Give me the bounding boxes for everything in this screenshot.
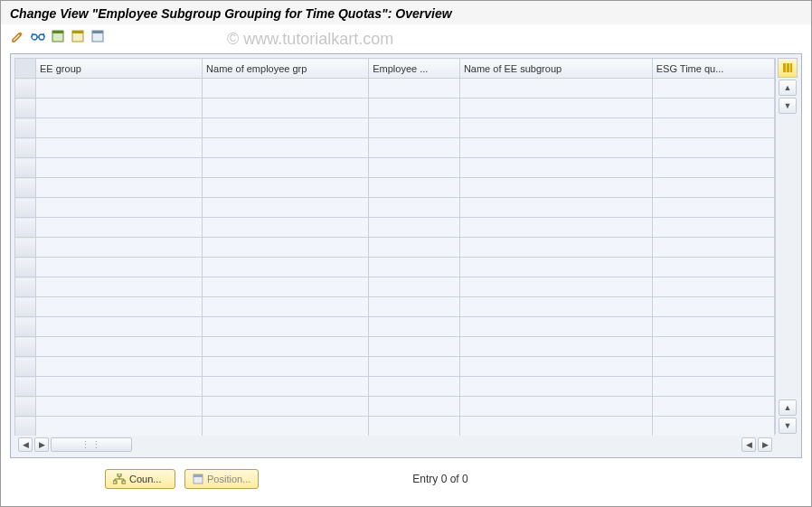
- corner-selector[interactable]: [15, 59, 36, 79]
- vertical-scrollbar[interactable]: ▲ ▼ ▲ ▼: [778, 80, 798, 434]
- cell[interactable]: [369, 317, 460, 337]
- cell[interactable]: [369, 138, 460, 158]
- row-selector[interactable]: [15, 99, 36, 118]
- row-selector[interactable]: [15, 277, 36, 297]
- cell[interactable]: [36, 277, 203, 297]
- table-row[interactable]: [15, 277, 775, 297]
- cell[interactable]: [369, 377, 460, 397]
- cell[interactable]: [459, 277, 652, 297]
- col-header-employee[interactable]: Employee ...: [369, 59, 460, 79]
- cell[interactable]: [459, 79, 652, 99]
- cell[interactable]: [203, 198, 369, 218]
- cell[interactable]: [652, 138, 774, 158]
- cell[interactable]: [203, 397, 369, 417]
- cell[interactable]: [203, 99, 369, 118]
- table-row[interactable]: [15, 397, 775, 417]
- countrysub-button[interactable]: Coun...: [105, 469, 175, 489]
- table-row[interactable]: [15, 79, 775, 99]
- row-selector[interactable]: [15, 138, 36, 158]
- scroll-down-button[interactable]: ▼: [779, 98, 797, 114]
- row-selector[interactable]: [15, 357, 36, 377]
- glasses-icon[interactable]: [30, 28, 46, 44]
- cell[interactable]: [369, 277, 460, 297]
- cell[interactable]: [36, 377, 203, 397]
- table-config-button[interactable]: [778, 58, 798, 78]
- table-row[interactable]: [15, 238, 775, 258]
- cell[interactable]: [459, 99, 652, 118]
- cell[interactable]: [369, 178, 460, 198]
- cell[interactable]: [459, 238, 652, 258]
- cell[interactable]: [369, 198, 460, 218]
- cell[interactable]: [203, 218, 369, 238]
- cell[interactable]: [203, 337, 369, 357]
- cell[interactable]: [203, 178, 369, 198]
- edit-doc-icon[interactable]: [10, 28, 26, 44]
- table-row[interactable]: [15, 99, 775, 118]
- cell[interactable]: [369, 258, 460, 277]
- cell[interactable]: [203, 79, 369, 99]
- cell[interactable]: [652, 198, 774, 218]
- cell[interactable]: [652, 357, 774, 377]
- position-button[interactable]: Position...: [184, 469, 259, 489]
- cell[interactable]: [203, 297, 369, 317]
- scroll-right-step-button[interactable]: ▶: [34, 437, 49, 452]
- table-row[interactable]: [15, 317, 775, 337]
- cell[interactable]: [369, 397, 460, 417]
- cell[interactable]: [459, 417, 652, 437]
- table-row[interactable]: [15, 198, 775, 218]
- cell[interactable]: [459, 357, 652, 377]
- row-selector[interactable]: [15, 317, 36, 337]
- cell[interactable]: [459, 317, 652, 337]
- cell[interactable]: [203, 238, 369, 258]
- cell[interactable]: [369, 297, 460, 317]
- cell[interactable]: [36, 198, 203, 218]
- row-selector[interactable]: [15, 118, 36, 138]
- cell[interactable]: [652, 238, 774, 258]
- row-selector[interactable]: [15, 79, 36, 99]
- cell[interactable]: [203, 317, 369, 337]
- cell[interactable]: [36, 238, 203, 258]
- cell[interactable]: [652, 297, 774, 317]
- cell[interactable]: [203, 357, 369, 377]
- hscroll-thumb[interactable]: ⋮⋮: [51, 437, 132, 452]
- cell[interactable]: [369, 79, 460, 99]
- cell[interactable]: [369, 337, 460, 357]
- cell[interactable]: [36, 258, 203, 277]
- scroll-up-end-button[interactable]: ▲: [779, 399, 797, 416]
- horizontal-scrollbar[interactable]: ◀ ▶ ⋮⋮ ◀ ▶: [14, 436, 776, 454]
- cell[interactable]: [203, 118, 369, 138]
- table-row[interactable]: [15, 178, 775, 198]
- table-row[interactable]: [15, 118, 775, 138]
- cell[interactable]: [203, 258, 369, 277]
- cell[interactable]: [652, 317, 774, 337]
- cell[interactable]: [369, 158, 460, 178]
- cell[interactable]: [36, 297, 203, 317]
- cell[interactable]: [459, 158, 652, 178]
- cell[interactable]: [652, 79, 774, 99]
- row-selector[interactable]: [15, 198, 36, 218]
- cell[interactable]: [652, 277, 774, 297]
- scroll-down-end-button[interactable]: ▼: [779, 418, 797, 434]
- cell[interactable]: [36, 118, 203, 138]
- cell[interactable]: [369, 238, 460, 258]
- cell[interactable]: [203, 158, 369, 178]
- row-selector[interactable]: [15, 337, 36, 357]
- cell[interactable]: [36, 317, 203, 337]
- table-row[interactable]: [15, 218, 775, 238]
- table-row[interactable]: [15, 258, 775, 277]
- cell[interactable]: [459, 297, 652, 317]
- cell[interactable]: [369, 417, 460, 437]
- cell[interactable]: [36, 138, 203, 158]
- select-all-icon[interactable]: [50, 28, 66, 44]
- cell[interactable]: [36, 158, 203, 178]
- cell[interactable]: [36, 178, 203, 198]
- col-header-name-grp[interactable]: Name of employee grp: [203, 59, 369, 79]
- row-selector[interactable]: [15, 258, 36, 277]
- row-selector[interactable]: [15, 158, 36, 178]
- cell[interactable]: [652, 218, 774, 238]
- cell[interactable]: [652, 178, 774, 198]
- cell[interactable]: [652, 337, 774, 357]
- cell[interactable]: [459, 337, 652, 357]
- cell[interactable]: [459, 218, 652, 238]
- scroll-up-button[interactable]: ▲: [779, 80, 797, 96]
